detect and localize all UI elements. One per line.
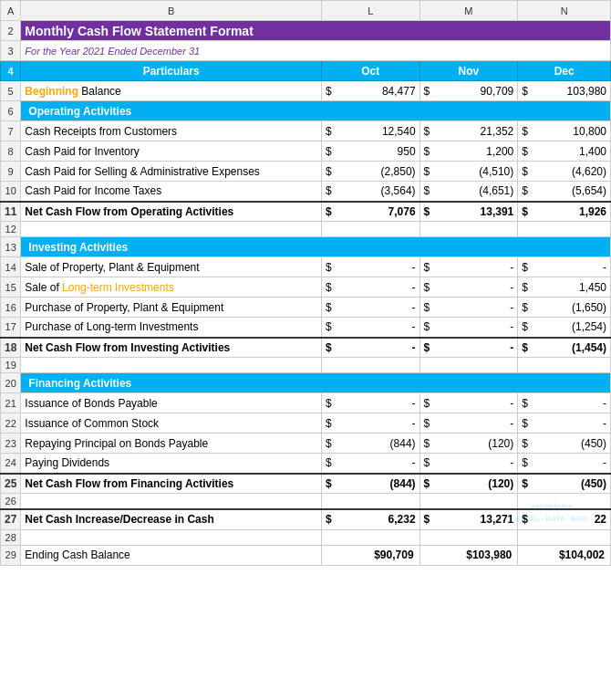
- row-num-24: 24: [1, 454, 21, 474]
- issuance-bonds-label: Issuance of Bonds Payable: [21, 393, 322, 413]
- cash-receipts-dec: $10,800: [518, 121, 611, 141]
- purchase-property-dec: $(1,650): [518, 298, 611, 318]
- row-num-15: 15: [1, 277, 21, 298]
- row-num-21: 21: [1, 393, 21, 413]
- ending-balance-row: 29 Ending Cash Balance $90,709 $103,980 …: [1, 545, 611, 565]
- subtitle-row: 3 For the Year 2021 Ended December 31: [1, 41, 611, 61]
- issuance-stock-oct: $-: [321, 413, 419, 434]
- row-num-22: 22: [1, 413, 21, 434]
- repaying-bonds-oct: $(844): [321, 434, 419, 454]
- net-financing-oct: $(844): [321, 474, 419, 494]
- net-cash-label: Net Cash Increase/Decrease in Cash: [21, 509, 322, 529]
- spreadsheet-subtitle: For the Year 2021 Ended December 31: [21, 41, 611, 61]
- net-cash-oct: $6,232: [321, 509, 419, 529]
- table-header-row: 4 Particulars Oct Nov Dec: [1, 61, 611, 81]
- col-header-b: B: [21, 1, 322, 21]
- column-header-row: A B L M N: [1, 1, 611, 21]
- investing-activities-section: 13 Investing Activities: [1, 237, 611, 257]
- row-num-3: 3: [1, 41, 21, 61]
- cash-paid-taxes-oct: $(3,564): [321, 182, 419, 202]
- empty-row-12: 12: [1, 222, 611, 237]
- cash-paid-selling-dec: $(4,620): [518, 162, 611, 182]
- table-row: 10 Cash Paid for Income Taxes $(3,564) $…: [1, 182, 611, 202]
- watermark: exceldemyEXCEL · DATA · INFO: [515, 501, 588, 524]
- net-cash-nov: $13,271: [419, 509, 518, 529]
- cash-receipts-label: Cash Receipts from Customers: [21, 121, 322, 141]
- net-financing-row: 25 Net Cash Flow from Financing Activiti…: [1, 474, 611, 494]
- issuance-stock-dec: $-: [518, 413, 611, 434]
- ending-balance-dec: $104,002: [518, 545, 611, 565]
- title-row: 2 Monthly Cash Flow Statement Format: [1, 21, 611, 41]
- issuance-bonds-nov: $-: [419, 393, 518, 413]
- row-num-25: 25: [1, 474, 21, 494]
- net-operating-oct: $7,076: [321, 202, 419, 222]
- cash-paid-taxes-nov: $(4,651): [419, 182, 518, 202]
- row-num-11: 11: [1, 202, 21, 222]
- row-num-27: 27: [1, 509, 21, 529]
- purchase-investments-oct: $-: [321, 318, 419, 338]
- table-row: 24 Paying Dividends $- $- $-: [1, 454, 611, 474]
- net-financing-nov: $(120): [419, 474, 518, 494]
- row-num-12: 12: [1, 222, 21, 237]
- spreadsheet-title: Monthly Cash Flow Statement Format: [21, 21, 611, 41]
- cash-receipts-oct: $12,540: [321, 121, 419, 141]
- row-num-4: 4: [1, 61, 21, 81]
- net-operating-dec: $1,926: [518, 202, 611, 222]
- cash-paid-taxes-dec: $(5,654): [518, 182, 611, 202]
- oct-header: Oct: [321, 61, 419, 81]
- table-row: 8 Cash Paid for Inventory $950 $1,200 $1…: [1, 141, 611, 162]
- row-num-28: 28: [1, 529, 21, 545]
- sale-investments-dec: $1,450: [518, 277, 611, 298]
- row-num-17: 17: [1, 318, 21, 338]
- purchase-property-nov: $-: [419, 298, 518, 318]
- operating-activities-section: 6 Operating Activities: [1, 101, 611, 121]
- net-operating-row: 11 Net Cash Flow from Operating Activiti…: [1, 202, 611, 222]
- repaying-bonds-dec: $(450): [518, 434, 611, 454]
- row-num-29: 29: [1, 545, 21, 565]
- table-row: 21 Issuance of Bonds Payable $- $- $-: [1, 393, 611, 413]
- row-num-2: 2: [1, 21, 21, 41]
- sale-property-label: Sale of Property, Plant & Equipment: [21, 257, 322, 277]
- beginning-balance-label: Beginning Balance: [21, 81, 322, 101]
- repaying-bonds-nov: $(120): [419, 434, 518, 454]
- row-num-7: 7: [1, 121, 21, 141]
- purchase-property-oct: $-: [321, 298, 419, 318]
- table-row: 16 Purchase of Property, Plant & Equipme…: [1, 298, 611, 318]
- cash-receipts-nov: $21,352: [419, 121, 518, 141]
- net-operating-nov: $13,391: [419, 202, 518, 222]
- row-num-26: 26: [1, 494, 21, 510]
- sale-investments-nov: $-: [419, 277, 518, 298]
- purchase-investments-nov: $-: [419, 318, 518, 338]
- financing-activities-header: Financing Activities: [21, 373, 611, 393]
- financing-activities-section: 20 Financing Activities: [1, 373, 611, 393]
- net-investing-nov: $-: [419, 338, 518, 358]
- issuance-bonds-oct: $-: [321, 393, 419, 413]
- row-num-8: 8: [1, 141, 21, 162]
- table-row: 14 Sale of Property, Plant & Equipment $…: [1, 257, 611, 277]
- cash-paid-selling-oct: $(2,850): [321, 162, 419, 182]
- table-row: 23 Repaying Principal on Bonds Payable $…: [1, 434, 611, 454]
- beginning-balance-oct: $84,477: [321, 81, 419, 101]
- ending-balance-oct: $90,709: [321, 545, 419, 565]
- particulars-header: Particulars: [21, 61, 322, 81]
- cash-paid-inventory-nov: $1,200: [419, 141, 518, 162]
- cash-paid-selling-nov: $(4,510): [419, 162, 518, 182]
- table-row: 15 Sale of Long-term Investments $- $- $…: [1, 277, 611, 298]
- repaying-bonds-label: Repaying Principal on Bonds Payable: [21, 434, 322, 454]
- col-header-m: M: [419, 1, 518, 21]
- table-row: 17 Purchase of Long-term Investments $- …: [1, 318, 611, 338]
- row-num-23: 23: [1, 434, 21, 454]
- purchase-investments-dec: $(1,254): [518, 318, 611, 338]
- ending-balance-label: Ending Cash Balance: [21, 545, 322, 565]
- table-row: 7 Cash Receipts from Customers $12,540 $…: [1, 121, 611, 141]
- row-num-20: 20: [1, 373, 21, 393]
- dec-header: Dec: [518, 61, 611, 81]
- paying-dividends-oct: $-: [321, 454, 419, 474]
- row-num-13: 13: [1, 237, 21, 257]
- sale-property-oct: $-: [321, 257, 419, 277]
- purchase-investments-label: Purchase of Long-term Investments: [21, 318, 322, 338]
- row-num-18: 18: [1, 338, 21, 358]
- cash-paid-inventory-oct: $950: [321, 141, 419, 162]
- paying-dividends-dec: $-: [518, 454, 611, 474]
- table-row: 5 Beginning Balance $84,477 $90,709 $103…: [1, 81, 611, 101]
